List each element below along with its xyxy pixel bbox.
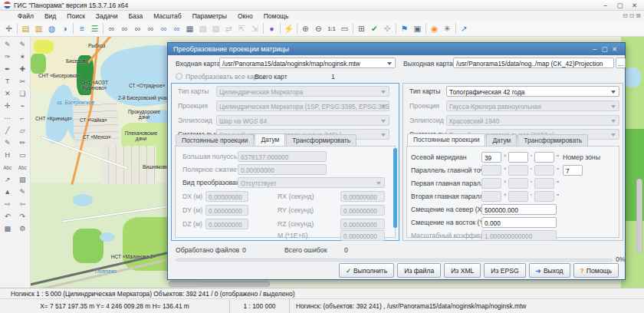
menu-view[interactable]: Вид <box>39 12 61 20</box>
axial-sec-input[interactable] <box>534 152 554 163</box>
exit-button[interactable]: ➜ Выход <box>529 263 570 278</box>
find-marked-icon[interactable]: ∞ <box>157 22 170 35</box>
direction-icon[interactable]: ↗ <box>2 174 13 185</box>
find-by-name-icon[interactable]: ∞ <box>118 22 131 35</box>
source-tab-datum[interactable]: Датум <box>255 133 285 147</box>
edit-shape-icon[interactable]: ✒ <box>2 64 13 74</box>
open-site-icon[interactable]: ▥ <box>32 22 45 35</box>
split-object-icon[interactable]: ✂ <box>17 76 28 87</box>
find-repeat-icon[interactable]: ∞ <box>170 22 183 35</box>
pencil-a-icon[interactable]: ✎ <box>2 137 13 148</box>
axial-min-input[interactable] <box>508 152 528 163</box>
pencil-b-icon[interactable]: ✏ <box>17 137 28 148</box>
select-apply-icon[interactable]: ▨ <box>209 22 222 35</box>
output-map-input[interactable]: /usr/Panorama15/data/nog../map (CK_42)Pr… <box>453 58 614 68</box>
zoom-out-icon[interactable]: ⊖ <box>312 22 325 35</box>
from-xml-button[interactable]: Из XML <box>444 263 481 278</box>
frame-green-icon[interactable]: ▭ <box>17 150 28 160</box>
window-maximize-button[interactable]: ▢ <box>614 2 626 9</box>
window-minimize-button[interactable]: – <box>600 2 611 9</box>
menu-parameters[interactable]: Параметры <box>187 12 232 20</box>
edit-metric-icon[interactable]: ✑ <box>2 51 13 62</box>
view-frame-icon[interactable]: ▭ <box>338 22 351 35</box>
dialog-close-button[interactable]: ✕ <box>610 45 619 53</box>
menu-tasks[interactable]: Задачи <box>90 12 123 20</box>
from-file-button[interactable]: Из файла <box>397 263 441 278</box>
height-icon[interactable]: Н <box>2 150 13 160</box>
dialog-minimize-button[interactable]: – <box>590 45 600 53</box>
mdi-restore-button[interactable]: ⊡ <box>629 12 635 19</box>
debug-icon[interactable]: ✳ <box>441 22 454 35</box>
axial-deg-input[interactable]: 39 <box>481 152 501 163</box>
menu-search[interactable]: Поиск <box>61 12 90 20</box>
draw-object-icon[interactable]: ✎ <box>2 39 13 50</box>
delete-object-icon[interactable]: ✕ <box>2 88 13 99</box>
redo-icon[interactable]: ↷ <box>17 211 28 222</box>
open-map-icon[interactable]: ▤ <box>19 22 32 35</box>
scale-1-1-icon[interactable]: 1:1 <box>325 22 338 35</box>
select-add-icon[interactable]: ⇱ <box>235 22 248 35</box>
pan-map-icon[interactable]: ✜ <box>381 22 394 35</box>
select-clear-icon[interactable]: ⇲ <box>248 22 261 35</box>
menu-window[interactable]: Окно <box>232 12 258 20</box>
text-abc-icon[interactable]: Abc <box>2 162 13 173</box>
move-point-icon[interactable]: ✛ <box>2 100 13 111</box>
layers-icon[interactable]: ≡ <box>75 22 88 35</box>
draw-graphic-icon[interactable]: ✎ <box>17 39 28 50</box>
hatch-icon[interactable]: ▨ <box>17 174 28 185</box>
edit-semantics-icon[interactable]: ✶ <box>17 51 28 62</box>
bookmark-icon[interactable]: ⚑ <box>398 22 411 35</box>
from-epsg-button[interactable]: Из EPSG <box>484 263 525 278</box>
rotate-icon[interactable]: ⌐ <box>17 113 28 124</box>
text-title-icon[interactable]: Т <box>2 76 13 87</box>
dialog-maximize-button[interactable]: ▢ <box>600 45 610 53</box>
align-icon[interactable]: ▲ <box>2 186 13 197</box>
undo-icon[interactable]: ↶ <box>2 211 13 222</box>
globe-3d-icon[interactable]: ● <box>265 22 278 35</box>
context-help-icon[interactable]: ➚ <box>458 22 471 35</box>
zoom-in-icon[interactable]: ⊕ <box>299 22 312 35</box>
find-selected-icon[interactable]: ∞ <box>144 22 157 35</box>
menu-database[interactable]: База <box>123 12 148 20</box>
find-by-area-icon[interactable]: ∞ <box>131 22 144 35</box>
window-close-button[interactable]: ✕ <box>629 2 640 9</box>
import-icon[interactable]: ⇦ <box>17 199 28 209</box>
mdi-close-button[interactable]: ⊠ <box>636 12 641 19</box>
message-panel-icon[interactable]: ⊞ <box>355 22 368 35</box>
source-panel-scrollbar[interactable] <box>393 148 397 228</box>
convert-all-radio[interactable] <box>176 73 182 80</box>
find-object-icon[interactable]: ∞ <box>105 22 118 35</box>
mdi-minimize-button[interactable]: ⊟ <box>623 12 628 19</box>
map-vertical-scrollbar[interactable] <box>636 179 642 253</box>
north-offset-input[interactable]: 500000.000 <box>481 204 557 215</box>
color-settings-icon[interactable]: ◉ <box>428 22 441 35</box>
dialog-titlebar[interactable]: Преобразование проекции матрицы – ▢ ✕ <box>168 43 625 55</box>
window-titlebar[interactable]: ГИС "Панорама" версия 15.3.7.16 x64 – ▢ … <box>0 0 644 11</box>
export-icon[interactable]: ⇨ <box>2 199 13 209</box>
polygon-icon[interactable]: ▱ <box>17 125 28 136</box>
input-map-combobox[interactable]: /usr/Panorama15/data/noginsk/map/noginsk… <box>219 58 396 68</box>
select-transfer-icon[interactable]: ⇄ <box>222 22 235 35</box>
open-geoportal-icon[interactable]: ◍ <box>45 22 58 35</box>
properties-icon[interactable]: ▣ <box>411 22 424 35</box>
zone-number-input[interactable]: 7 <box>563 165 583 176</box>
grid-icon[interactable]: ▦ <box>183 22 196 35</box>
fill-icon[interactable]: ▩ <box>2 223 13 234</box>
ruler-icon[interactable]: ╱ <box>2 125 13 136</box>
east-offset-input[interactable]: 0.000 <box>481 217 557 228</box>
menu-scale[interactable]: Масштаб <box>148 12 186 20</box>
object-check-icon[interactable]: ✔ <box>368 22 381 35</box>
tool-settings-icon[interactable]: ⚙ <box>17 223 28 234</box>
edit-pencil-icon[interactable]: ✎ <box>17 186 28 197</box>
map-copy-icon[interactable]: ◑ <box>58 22 71 35</box>
browse-button[interactable]: ... <box>616 58 626 68</box>
execute-button[interactable]: ✓ Выполнить <box>339 263 394 278</box>
map-horizontal-scrollbar[interactable] <box>169 281 270 287</box>
target-tab-constant-projections[interactable]: Постоянные проекции <box>407 133 485 147</box>
legend-icon[interactable]: ☰ <box>88 22 101 35</box>
help-button[interactable]: ? Помощь <box>573 263 619 278</box>
select-frame-icon[interactable]: ▧ <box>196 22 209 35</box>
topology-icon[interactable]: ⌁ <box>17 100 28 111</box>
create-map-icon[interactable]: ✛ <box>2 22 15 35</box>
quick-launch-icon[interactable]: ⚡ <box>282 22 295 35</box>
